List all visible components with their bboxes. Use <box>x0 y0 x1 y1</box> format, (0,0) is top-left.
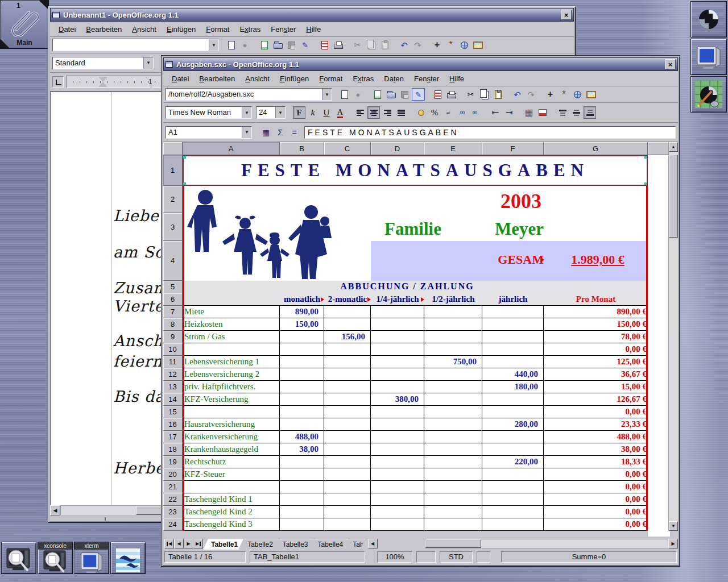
cell[interactable] <box>280 493 324 506</box>
cell[interactable]: Strom / Gas <box>183 331 280 343</box>
cell[interactable]: Taschengeld Kind 3 <box>183 518 280 531</box>
open-icon[interactable] <box>384 88 398 101</box>
dropdown-icon[interactable]: ▼ <box>242 127 251 138</box>
calc-titlebar[interactable]: Ausgaben.sxc - OpenOffice.org 1.1 × <box>163 57 678 71</box>
menu-item-ansicht[interactable]: Ansicht <box>240 73 275 85</box>
cell[interactable] <box>324 406 371 418</box>
undo-icon[interactable]: ↶ <box>398 39 411 51</box>
column-header-g[interactable]: G <box>544 142 648 155</box>
cell[interactable] <box>324 368 371 381</box>
row-header-16[interactable]: 16 <box>163 418 183 431</box>
cell[interactable]: KFZ-Versicherung <box>183 393 280 406</box>
cell[interactable] <box>482 331 544 343</box>
cell[interactable] <box>424 431 482 443</box>
dropdown-icon[interactable]: ▼ <box>209 39 218 51</box>
cell[interactable] <box>424 343 482 356</box>
column-header-a[interactable]: A <box>183 142 280 155</box>
cell[interactable]: 0,00 € <box>544 343 648 356</box>
copy-icon[interactable] <box>478 88 491 101</box>
undo-icon[interactable]: ↶ <box>511 88 524 101</box>
cell[interactable] <box>324 481 371 493</box>
indent-marker[interactable] <box>98 77 107 82</box>
cell[interactable] <box>280 506 324 518</box>
cell[interactable]: 280,00 <box>482 418 544 431</box>
writer-url-combo[interactable]: ▼ <box>52 39 219 51</box>
cell[interactable] <box>183 481 280 493</box>
cell[interactable] <box>424 381 482 393</box>
cell[interactable]: Rechtschutz <box>183 456 280 468</box>
cell[interactable] <box>280 518 324 531</box>
print-icon[interactable] <box>332 39 345 51</box>
cell[interactable]: 890,00 <box>280 306 324 318</box>
menu-item-format[interactable]: Format <box>314 73 348 85</box>
select-all-corner[interactable] <box>163 142 183 155</box>
row-header-17[interactable]: 17 <box>163 431 183 443</box>
cell[interactable] <box>280 456 324 468</box>
print-icon[interactable] <box>445 88 458 101</box>
row-header-19[interactable]: 19 <box>163 456 183 468</box>
row-header-14[interactable]: 14 <box>163 393 183 406</box>
cell[interactable] <box>324 506 371 518</box>
cell[interactable]: 36,67 € <box>544 368 648 381</box>
cell[interactable]: Taschengeld Kind 1 <box>183 493 280 506</box>
cell[interactable] <box>280 393 324 406</box>
cell[interactable]: KFZ-Steuer <box>183 468 280 481</box>
year-cell[interactable]: 2003 <box>487 189 555 213</box>
cell[interactable]: Taschengeld Kind 2 <box>183 506 280 518</box>
cell[interactable] <box>482 393 544 406</box>
total-label-cell[interactable]: GESAM <box>482 252 544 267</box>
column-header-f[interactable]: F <box>482 142 544 155</box>
section-header-row[interactable]: ABBUCHUNG / ZAHLUNG <box>183 281 648 293</box>
open-icon[interactable] <box>271 39 284 51</box>
cell[interactable]: 0,00 € <box>544 506 648 518</box>
cell[interactable] <box>371 481 424 493</box>
wharf-monitor-button[interactable] <box>690 39 727 75</box>
cell[interactable] <box>482 443 544 456</box>
hyperlink-icon[interactable] <box>571 88 584 101</box>
row-header-10[interactable]: 10 <box>163 343 183 356</box>
cell[interactable] <box>324 431 371 443</box>
tabstop-type-button[interactable] <box>52 76 64 88</box>
row-header-22[interactable]: 22 <box>163 493 183 506</box>
currency-format-button[interactable] <box>415 106 427 119</box>
zoom-icon[interactable]: * <box>557 88 570 101</box>
next-sheet-button[interactable]: ▶ <box>184 539 193 548</box>
align-top-button[interactable] <box>556 106 569 119</box>
scroll-up-icon[interactable]: ▲ <box>669 142 678 152</box>
cell[interactable]: 38,00 <box>280 443 324 456</box>
cell[interactable] <box>482 518 544 531</box>
cell[interactable] <box>482 343 544 356</box>
column-header-c[interactable]: C <box>324 142 371 155</box>
cell[interactable]: 15,00 € <box>544 381 648 393</box>
paragraph-style-combo[interactable]: Standard ▼ <box>52 57 154 69</box>
menu-item-einfügen[interactable]: Einfügen <box>275 73 314 85</box>
cell[interactable] <box>424 318 482 331</box>
scrollbar-thumb[interactable] <box>425 539 481 548</box>
window-menu-icon[interactable] <box>52 12 60 18</box>
gallery-icon[interactable] <box>585 88 598 101</box>
cell[interactable] <box>280 368 324 381</box>
font-name-combo[interactable]: Times New Roman ▼ <box>166 106 252 119</box>
cell[interactable] <box>371 381 424 393</box>
cell[interactable] <box>371 443 424 456</box>
row-header-24[interactable]: 24 <box>163 518 183 531</box>
row-header-13[interactable]: 13 <box>163 381 183 393</box>
row-header-11[interactable]: 11 <box>163 356 183 368</box>
cell[interactable] <box>482 431 544 443</box>
row-header-2[interactable]: 2 <box>163 186 183 213</box>
cell[interactable] <box>324 318 371 331</box>
row-header-20[interactable]: 20 <box>163 468 183 481</box>
cell[interactable] <box>324 343 371 356</box>
cell[interactable]: 440,00 <box>482 368 544 381</box>
edit-file-icon[interactable]: ✎ <box>299 39 312 51</box>
cut-icon[interactable]: ✂ <box>351 39 364 51</box>
family-name-cell[interactable]: Meyer <box>482 219 556 239</box>
dropdown-icon[interactable]: ▼ <box>242 107 251 118</box>
cell[interactable] <box>324 356 371 368</box>
cell[interactable]: 23,33 € <box>544 418 648 431</box>
cell[interactable] <box>424 468 482 481</box>
dropdown-icon[interactable]: ▼ <box>275 107 285 118</box>
dock-openoffice-button[interactable] <box>110 542 146 574</box>
cell[interactable] <box>371 518 424 531</box>
status-zoom[interactable]: 100% <box>377 551 412 563</box>
